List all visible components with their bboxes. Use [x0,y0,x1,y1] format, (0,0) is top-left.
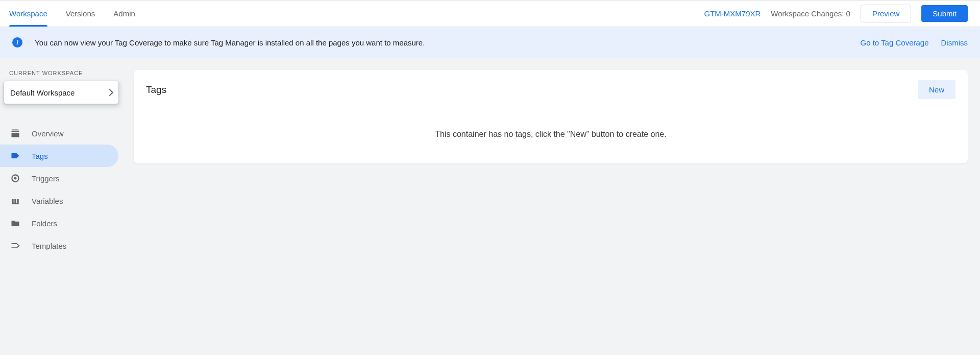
folder-icon [10,218,20,228]
sidebar-item-label: Overview [32,129,64,138]
sidebar-item-templates[interactable]: Templates [0,234,118,257]
sidebar-item-label: Tags [32,152,48,160]
sidebar-item-tags[interactable]: Tags [0,145,118,167]
sidebar-item-label: Folders [32,219,57,228]
go-to-tag-coverage-link[interactable]: Go to Tag Coverage [861,38,929,47]
tags-card: Tags New This container has no tags, cli… [134,70,968,163]
preview-button[interactable]: Preview [861,5,911,22]
sidebar-item-label: Templates [32,242,66,250]
variable-icon [10,196,20,206]
overview-icon [10,128,20,138]
tab-versions[interactable]: Versions [66,1,95,27]
dismiss-banner-link[interactable]: Dismiss [941,38,968,47]
template-icon [10,241,20,251]
workspace-selector[interactable]: Default Workspace [4,81,118,104]
top-bar: Workspace Versions Admin GTM-MXM79XR Wor… [0,1,980,27]
sidebar-item-triggers[interactable]: Triggers [0,167,118,190]
trigger-icon [10,173,20,183]
sidebar-item-variables[interactable]: Variables [0,190,118,212]
sidebar-item-label: Triggers [32,174,59,183]
container-id-link[interactable]: GTM-MXM79XR [704,9,761,18]
sidebar-item-label: Variables [32,197,63,205]
sidebar: Current Workspace Default Workspace Over… [0,58,127,355]
sidebar-header: Current Workspace [0,70,127,76]
info-icon: i [12,37,22,48]
banner-text: You can now view your Tag Coverage to ma… [35,38,425,47]
tag-icon [10,151,20,161]
tab-workspace[interactable]: Workspace [9,1,47,27]
tab-admin[interactable]: Admin [113,1,135,27]
main-content: Tags New This container has no tags, cli… [127,58,980,355]
sidebar-item-overview[interactable]: Overview [0,122,118,145]
new-tag-button[interactable]: New [918,80,955,99]
submit-button[interactable]: Submit [921,5,968,22]
workspace-changes-label: Workspace Changes: 0 [771,9,850,18]
card-title: Tags [146,84,166,96]
chevron-right-icon [106,89,113,96]
svg-point-1 [14,177,17,180]
info-banner: i You can now view your Tag Coverage to … [0,27,980,58]
sidebar-item-folders[interactable]: Folders [0,212,118,234]
empty-state-text: This container has no tags, click the "N… [146,130,955,139]
workspace-name: Default Workspace [10,88,75,97]
